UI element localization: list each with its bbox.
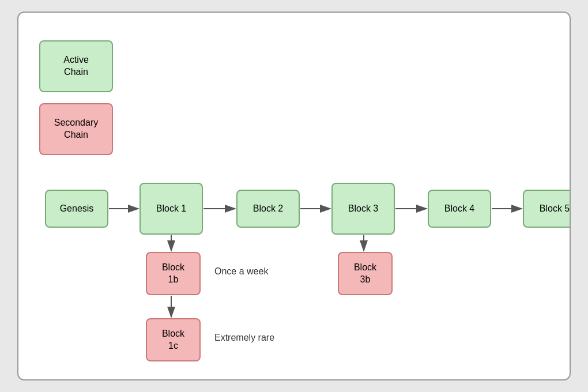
b2-label: Block 2 [253,203,283,215]
diagram-container: Active Chain Secondary Chain Genesis Blo… [17,12,571,380]
once-a-week-label: Once a week [214,266,268,277]
block-genesis: Genesis [45,190,108,228]
secondary-chain-label: Secondary Chain [54,117,99,141]
b4-label: Block 4 [444,203,474,215]
block-5: Block 5 [523,190,571,228]
genesis-label: Genesis [60,203,94,215]
block-3b: Block 3b [338,252,393,295]
legend-secondary-chain: Secondary Chain [39,103,113,155]
block-1c: Block 1c [146,318,201,361]
legend-active-chain: Active Chain [39,40,113,92]
b1c-label: Block 1c [162,328,184,352]
b5-label: Block 5 [540,203,570,215]
block-4: Block 4 [428,190,491,228]
b3b-label: Block 3b [354,262,376,286]
b3-label: Block 3 [348,203,378,215]
block-3: Block 3 [331,183,395,235]
block-1b: Block 1b [146,252,201,295]
block-1: Block 1 [140,183,203,235]
active-chain-label: Active Chain [63,54,89,78]
b1-label: Block 1 [156,203,186,215]
extremely-rare-label: Extremely rare [214,333,274,343]
block-2: Block 2 [236,190,300,228]
b1b-label: Block 1b [162,262,184,286]
